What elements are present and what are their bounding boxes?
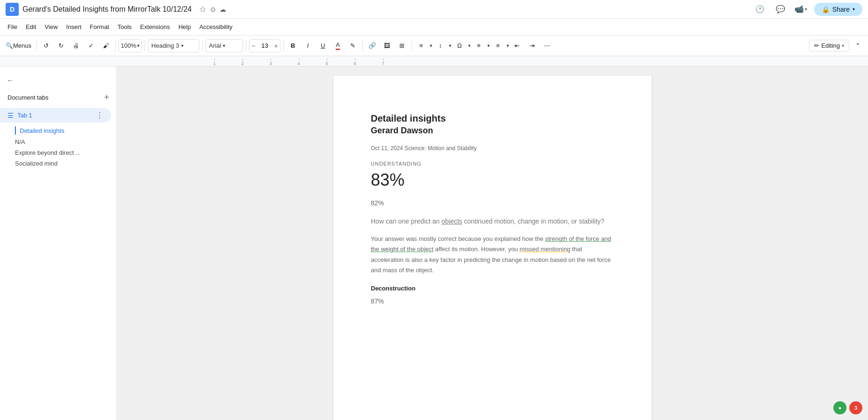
main-area: ← Document tabs + ☰ Tab 1 ⋮ Detailed ins… <box>0 66 868 420</box>
deconstruction-label: Deconstruction <box>371 285 614 292</box>
numbered-list-button[interactable]: ≡ <box>492 39 505 52</box>
line-spacing-button[interactable]: ↕ <box>434 39 447 52</box>
outline-label-2: Explore beyond direct ... <box>11 149 81 156</box>
menus-button[interactable]: 🔍 Menus <box>4 39 33 52</box>
highlight-button[interactable]: ✎ <box>346 39 360 52</box>
link-button[interactable]: 🔗 <box>366 39 379 52</box>
divider-1 <box>36 40 37 51</box>
bullet-dropdown-icon[interactable]: ▾ <box>487 43 490 48</box>
tab-icon: ☰ <box>7 112 14 119</box>
back-button[interactable]: ← <box>4 74 17 87</box>
align-button[interactable]: ≡ <box>415 39 428 52</box>
document-page: Detailed insights Gerard Dawson Oct 11, … <box>333 76 652 420</box>
font-size-decrease[interactable]: − <box>250 42 257 50</box>
menu-help[interactable]: Help <box>175 22 195 32</box>
decrease-indent-button[interactable]: ⇤ <box>511 39 524 52</box>
style-dropdown-icon[interactable]: ▾ <box>181 43 184 48</box>
menu-extensions[interactable]: Extensions <box>136 22 174 32</box>
insert-image-button[interactable]: 🖼 <box>381 39 394 52</box>
more-options-button[interactable]: ⋯ <box>541 39 554 52</box>
font-family[interactable]: Arial <box>209 42 221 49</box>
status-green-circle: ● <box>833 401 846 414</box>
add-tab-button[interactable]: + <box>104 93 109 102</box>
sidebar-title: Document tabs <box>7 94 48 101</box>
outline-label-1: N/A <box>11 138 25 145</box>
cloud-icon[interactable]: ☁ <box>220 6 226 13</box>
folder-icon[interactable]: ⊙ <box>210 6 216 13</box>
insert-table-button[interactable]: ⊞ <box>396 39 409 52</box>
status-red-circle: 3 <box>849 401 862 414</box>
bottom-status: ● 3 <box>833 401 862 414</box>
spellcheck-button[interactable]: ✓ <box>84 39 97 52</box>
divider-7 <box>362 40 363 51</box>
doc-icon: D <box>6 3 19 16</box>
editing-label: Editing <box>821 42 840 49</box>
document-meta: Oct 11, 2024 Science: Motion and Stabili… <box>371 145 614 152</box>
outline-label-0: Detailed insights <box>20 127 64 134</box>
outline-item-3[interactable]: Socialized mind <box>0 158 117 169</box>
divider-5 <box>246 40 246 51</box>
tab-more-button[interactable]: ⋮ <box>96 111 103 120</box>
menu-view[interactable]: View <box>41 22 61 32</box>
undo-button[interactable]: ↺ <box>39 39 52 52</box>
editing-button[interactable]: ✏ Editing ▾ <box>809 40 849 51</box>
video-call-button[interactable]: 📹▾ <box>794 2 809 17</box>
ruler: 1 2 3 4 5 6 7 <box>0 56 868 66</box>
zoom-dropdown-icon[interactable]: ▾ <box>137 43 140 48</box>
toolbar-right: ✏ Editing ▾ ⌃ <box>809 39 864 52</box>
italic-button[interactable]: I <box>302 39 315 52</box>
document-author: Gerard Dawson <box>371 126 614 136</box>
header-right: 🕐 💬 📹▾ 🔒 Share ▾ <box>752 2 862 17</box>
outline-item-2[interactable]: Explore beyond direct ... <box>0 147 117 158</box>
active-indicator <box>15 126 16 135</box>
font-size-control[interactable]: − 13 + <box>249 39 280 52</box>
objects-link[interactable]: objects <box>441 217 462 225</box>
paragraph-style[interactable]: Heading 3 <box>151 42 179 49</box>
redo-button[interactable]: ↻ <box>54 39 67 52</box>
sidebar-back-row: ← <box>0 72 117 91</box>
spacing-dropdown-icon[interactable]: ▾ <box>449 43 451 48</box>
font-size-input[interactable]: 13 <box>257 42 272 49</box>
search-icon: 🔍 <box>6 42 13 49</box>
menu-format[interactable]: Format <box>86 22 113 32</box>
font-size-increase[interactable]: + <box>272 42 280 50</box>
menu-insert[interactable]: Insert <box>62 22 85 32</box>
star-icon[interactable]: ☆ <box>199 4 206 14</box>
tab-1[interactable]: ☰ Tab 1 ⋮ <box>0 108 111 123</box>
comments-button[interactable]: 💬 <box>773 2 788 17</box>
bold-button[interactable]: B <box>287 39 300 52</box>
print-button[interactable]: 🖨 <box>69 39 82 52</box>
collapse-toolbar-button[interactable]: ⌃ <box>851 39 864 52</box>
menu-bar: File Edit View Insert Format Tools Exten… <box>0 19 868 36</box>
tab-label: Tab 1 <box>17 112 92 119</box>
history-button[interactable]: 🕐 <box>752 2 767 17</box>
deconstruction-percent: 87% <box>371 297 614 305</box>
align-dropdown-icon[interactable]: ▾ <box>430 43 432 48</box>
zoom-level: 100% <box>121 42 136 49</box>
outline-item-1[interactable]: N/A <box>0 137 117 147</box>
increase-indent-button[interactable]: ⇥ <box>526 39 539 52</box>
divider-8 <box>412 40 412 51</box>
underline-button[interactable]: U <box>316 39 330 52</box>
toolbar: 🔍 Menus ↺ ↻ 🖨 ✓ 🖌 100% ▾ Heading 3 ▾ Ari… <box>0 36 868 56</box>
menu-tools[interactable]: Tools <box>114 22 135 32</box>
answer-mid: affect its motion. However, you <box>434 246 520 253</box>
numbered-dropdown-icon[interactable]: ▾ <box>507 43 509 48</box>
menu-edit[interactable]: Edit <box>22 22 40 32</box>
font-color-button[interactable]: A <box>331 39 345 52</box>
outline-item-0[interactable]: Detailed insights <box>0 124 117 137</box>
share-button[interactable]: 🔒 Share ▾ <box>814 3 862 16</box>
section-understanding-label: UNDERSTANDING <box>371 161 614 167</box>
bullet-list-button[interactable]: ≡ <box>472 39 485 52</box>
special-chars-button[interactable]: Ω <box>453 39 466 52</box>
divider-4 <box>202 40 203 51</box>
editing-dropdown-icon: ▾ <box>842 43 844 48</box>
paint-format-button[interactable]: 🖌 <box>99 39 112 52</box>
font-dropdown-icon[interactable]: ▾ <box>223 43 225 48</box>
menu-accessibility[interactable]: Accessibility <box>196 22 236 32</box>
title-bar: D Gerard's Detailed Insights from Mirror… <box>0 0 868 19</box>
specialchars-dropdown-icon[interactable]: ▾ <box>468 43 471 48</box>
answer-intro: Your answer was mostly correct because y… <box>371 235 545 242</box>
menu-file[interactable]: File <box>4 22 21 32</box>
document-area[interactable]: Detailed insights Gerard Dawson Oct 11, … <box>117 66 868 420</box>
